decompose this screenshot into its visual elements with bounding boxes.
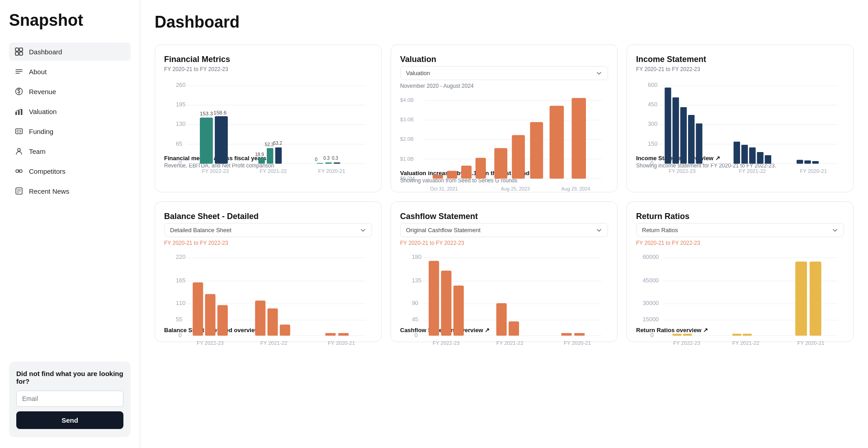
sidebar-item-recent-news[interactable]: Recent News	[9, 182, 131, 200]
sidebar-item-competitors[interactable]: Competitors	[9, 162, 131, 180]
svg-rect-113	[268, 308, 278, 335]
return-ratios-dropdown[interactable]: Return Ratios	[636, 223, 844, 237]
svg-rect-114	[280, 324, 290, 335]
svg-rect-63	[476, 158, 486, 179]
svg-text:180: 180	[412, 253, 422, 260]
svg-rect-136	[561, 333, 572, 336]
valuation-dropdown[interactable]: Valuation	[400, 66, 608, 80]
cards-grid: Financial Metrics FY 2020-21 to FY 2022-…	[155, 44, 854, 342]
sidebar-item-valuation[interactable]: Valuation	[9, 102, 131, 120]
svg-rect-137	[574, 333, 585, 336]
card-cashflow-statement: Cashflow Statement Original Cashflow Sta…	[391, 201, 618, 342]
svg-text:300: 300	[648, 120, 658, 127]
svg-text:$2.0B: $2.0B	[400, 136, 414, 142]
balance-sheet-dropdown-label: Detailed Balance Sheet	[170, 227, 231, 234]
sidebar-nav: Dashboard About Revenue	[9, 43, 131, 202]
footer-send-button[interactable]: Send	[16, 411, 123, 429]
svg-rect-10	[18, 110, 20, 115]
sidebar-item-funding[interactable]: Funding	[9, 122, 131, 140]
svg-text:FY 2021-22: FY 2021-22	[732, 340, 760, 346]
chart-valuation: $4.0B $3.0B $2.0B $1.0B $0.0M	[400, 93, 608, 165]
svg-text:0: 0	[179, 160, 182, 167]
svg-rect-44	[326, 162, 332, 164]
svg-text:165: 165	[176, 277, 186, 284]
svg-rect-153	[743, 334, 752, 335]
card-date-range-return-ratios: FY 2020-21 to FY 2022-23	[636, 240, 844, 246]
chart-svg-balance: 220 165 110 55 0 FY 2022-23	[164, 250, 372, 354]
svg-text:$0.0M: $0.0M	[400, 176, 415, 181]
funding-icon	[14, 127, 24, 136]
svg-rect-82	[665, 88, 671, 164]
svg-text:FY 2022-23: FY 2022-23	[197, 340, 224, 346]
svg-rect-84	[680, 107, 687, 164]
svg-rect-152	[732, 334, 741, 335]
svg-rect-38	[275, 148, 282, 164]
svg-text:18.9: 18.9	[255, 152, 264, 157]
svg-rect-86	[696, 124, 702, 164]
return-ratios-dropdown-label: Return Ratios	[642, 227, 678, 234]
svg-rect-3	[19, 52, 23, 55]
footer-email-input[interactable]	[16, 391, 123, 407]
svg-rect-133	[496, 303, 507, 336]
about-icon	[14, 67, 24, 76]
cashflow-dropdown[interactable]: Original Cashflow Statement	[400, 223, 608, 237]
svg-rect-150	[683, 334, 692, 335]
chart-svg-financial: 260 195 130 65 0 153.3	[164, 78, 372, 182]
svg-text:30000: 30000	[642, 300, 659, 306]
svg-text:220: 220	[176, 253, 186, 260]
svg-text:FY 2021-22: FY 2021-22	[259, 168, 287, 174]
balance-sheet-dropdown[interactable]: Detailed Balance Sheet	[164, 223, 372, 237]
svg-rect-108	[193, 282, 203, 336]
sidebar-item-team[interactable]: Team	[9, 142, 131, 160]
svg-rect-149	[673, 334, 682, 335]
sidebar-item-dashboard[interactable]: Dashboard	[9, 43, 131, 61]
competitors-icon	[14, 167, 24, 176]
svg-text:65: 65	[176, 140, 182, 147]
svg-rect-61	[447, 171, 458, 179]
svg-text:FY 2020-21: FY 2020-21	[800, 168, 827, 174]
svg-text:110: 110	[176, 300, 186, 306]
svg-text:52.3: 52.3	[265, 142, 274, 147]
chart-balance-sheet: 220 165 110 55 0 FY 2022-23	[164, 250, 372, 322]
svg-text:FY 2020-21: FY 2020-21	[318, 168, 345, 174]
svg-text:158.6: 158.6	[213, 110, 226, 115]
svg-text:15000: 15000	[642, 316, 659, 323]
svg-rect-0	[15, 48, 19, 51]
card-subtitle-financial-metrics: FY 2020-21 to FY 2022-23	[164, 66, 372, 72]
svg-text:0: 0	[651, 332, 654, 338]
sidebar-item-label-recent-news: Recent News	[29, 187, 69, 195]
svg-text:600: 600	[648, 81, 658, 88]
svg-point-15	[16, 170, 19, 172]
svg-text:FY 2020-21: FY 2020-21	[797, 340, 825, 346]
svg-rect-95	[804, 161, 811, 164]
svg-text:55: 55	[176, 316, 182, 323]
sidebar-item-label-team: Team	[29, 148, 46, 155]
card-title-balance-sheet: Balance Sheet - Detailed	[164, 212, 372, 221]
sidebar-item-revenue[interactable]: Revenue	[9, 82, 131, 100]
svg-rect-68	[572, 98, 586, 179]
sidebar-item-about[interactable]: About	[9, 62, 131, 81]
svg-text:FY 2021-22: FY 2021-22	[739, 168, 766, 174]
svg-text:FY 2021-22: FY 2021-22	[260, 340, 288, 346]
recent-news-icon	[14, 186, 24, 195]
valuation-dropdown-label: Valuation	[406, 70, 430, 76]
sidebar-item-label-about: About	[29, 68, 47, 76]
svg-text:450: 450	[648, 101, 658, 108]
svg-point-14	[18, 148, 20, 151]
svg-rect-65	[512, 135, 525, 178]
card-title-cashflow: Cashflow Statement	[400, 212, 608, 221]
footer-title: Did not find what you are looking for?	[16, 370, 123, 385]
svg-text:90: 90	[412, 300, 418, 306]
svg-rect-83	[673, 97, 679, 164]
svg-text:153.3: 153.3	[200, 111, 213, 116]
svg-text:0: 0	[651, 160, 654, 167]
svg-text:FY 2022-23: FY 2022-23	[673, 340, 700, 346]
card-title-income-statement: Income Statement	[636, 55, 844, 64]
sidebar-footer: Did not find what you are looking for? S…	[9, 362, 131, 437]
svg-rect-67	[550, 106, 564, 179]
svg-text:0: 0	[315, 157, 318, 162]
svg-rect-94	[797, 160, 803, 164]
card-title-financial-metrics: Financial Metrics	[164, 55, 372, 64]
chart-cashflow: 180 135 90 45 0 FY 2022-23	[400, 250, 608, 322]
svg-text:FY 2022-23: FY 2022-23	[669, 168, 696, 174]
